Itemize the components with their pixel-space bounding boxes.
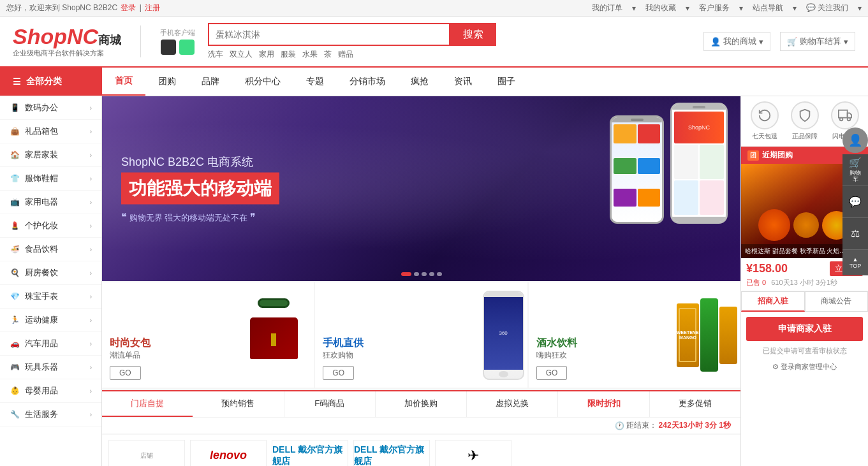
kitchen-icon: 🍳 (10, 268, 20, 278)
nav-flash-sale[interactable]: 疯抢 (398, 68, 441, 96)
service-genuine[interactable]: 正品保障 (791, 101, 819, 141)
navigation-bar: ☰ 全部分类 首页 团购 品牌 积分中心 专题 分销市场 疯抢 资讯 圈子 (0, 68, 868, 96)
tab-more-promo[interactable]: 更多促销 (650, 391, 740, 417)
sidebar-item-services[interactable]: 🔧 生活服务 › (0, 403, 101, 426)
sidebar-item-toys[interactable]: 🎮 玩具乐器 › (0, 356, 101, 379)
login-link[interactable]: 登录 (121, 3, 136, 12)
customer-service-link[interactable]: 客户服务 (699, 3, 730, 13)
sidebar-item-appliance[interactable]: 📺 家用电器 › (0, 191, 101, 214)
tab-presale[interactable]: 预约销售 (193, 391, 284, 417)
apple-icon[interactable] (161, 40, 176, 55)
auto-label: 汽车用品 (25, 338, 58, 349)
nav-group-buy[interactable]: 团购 (145, 68, 189, 96)
tag-shuiguo[interactable]: 水果 (302, 49, 318, 60)
search-bar: 搜索 (208, 23, 691, 46)
service-return[interactable]: 七天包退 (751, 101, 779, 141)
all-categories-button[interactable]: ☰ 全部分类 (0, 68, 102, 96)
sidebar-item-auto[interactable]: 🚗 汽车用品 › (0, 332, 101, 356)
delivery-icon (831, 101, 859, 129)
float-top-btn[interactable]: ▲ TOP (842, 250, 868, 275)
dot-active[interactable] (401, 272, 411, 276)
sidebar-item-clothing[interactable]: 👕 服饰鞋帽 › (0, 167, 101, 191)
phone-screen-content (612, 122, 662, 222)
mini-banner-drinks[interactable]: SWEETENED MANGO 酒水饮料 嗨购狂欢 GO (529, 282, 740, 388)
store-logos-section: 店铺 lenovo DELL 戴尔官方旗舰店 DELL 戴尔官方旗舰店 ✈ (102, 435, 740, 466)
dot-4[interactable] (437, 272, 442, 276)
store-unknown-1[interactable]: 店铺 (108, 440, 185, 467)
nav-topic[interactable]: 专题 (293, 68, 337, 96)
jewelry-label: 珠宝手表 (25, 291, 58, 302)
sidebar-item-jewelry[interactable]: 💎 珠宝手表 › (0, 285, 101, 309)
sidebar-item-bags[interactable]: 👜 礼品箱包 › (0, 120, 101, 143)
tab-fcode[interactable]: F码商品 (284, 391, 376, 417)
search-input[interactable] (208, 23, 450, 46)
chevron-icon: › (90, 199, 92, 206)
float-cart-btn[interactable]: 🛒 购物车 (842, 154, 868, 186)
mini-banner-phone-btn[interactable]: GO (323, 366, 354, 380)
register-link[interactable]: 注册 (145, 3, 160, 12)
tag-zenpin[interactable]: 赠品 (338, 49, 353, 60)
svg-marker-1 (847, 113, 851, 117)
tab-store-pickup[interactable]: 门店自提 (102, 391, 193, 417)
nav-home[interactable]: 首页 (102, 68, 145, 96)
store-dell-1[interactable]: DELL 戴尔官方旗舰店 (272, 440, 348, 467)
tag-xiche[interactable]: 洗车 (208, 49, 223, 60)
search-button[interactable]: 搜索 (450, 23, 496, 46)
merchant-tab-join[interactable]: 招商入驻 (741, 291, 805, 312)
mini-banner-bags[interactable]: 时尚女包 潮流单品 GO (102, 282, 314, 388)
menu-icon: ☰ (13, 76, 21, 87)
tag-fuzhuang[interactable]: 服装 (281, 49, 296, 60)
tab-virtual[interactable]: 虚拟兑换 (467, 391, 558, 417)
mini-banner-drinks-btn[interactable]: GO (536, 366, 568, 380)
bottom-promo-tabs: 门店自提 预约销售 F码商品 加价换购 虚拟兑换 限时折扣 更多促销 (102, 390, 740, 417)
store-other[interactable]: ✈ (435, 440, 511, 467)
follow-us-link[interactable]: 💬 关注我们 (806, 3, 848, 13)
float-chat-btn[interactable]: 💬 (842, 186, 868, 218)
tab-flash-discount[interactable]: 限时折扣 (558, 391, 649, 417)
sidebar-item-baby[interactable]: 👶 母婴用品 › (0, 379, 101, 403)
jewelry-icon: 💎 (10, 291, 20, 302)
my-store-label: 我的商城 (723, 36, 756, 47)
dot-1[interactable] (414, 272, 419, 276)
store-dell-2[interactable]: DELL 戴尔官方旗舰店 (353, 440, 430, 467)
store-lenovo[interactable]: lenovo (190, 440, 267, 467)
clothing-icon: 👕 (10, 173, 20, 184)
my-orders-link[interactable]: 我的订单 (592, 3, 622, 13)
my-favorites-link[interactable]: 我的收藏 (645, 3, 676, 13)
nav-brand[interactable]: 品牌 (189, 68, 232, 96)
app-download: 手机客户端 (160, 28, 195, 55)
logo: ShopNC商城 企业级电商平台软件解决方案 (13, 25, 121, 58)
merchant-tab-notice[interactable]: 商城公告 (805, 291, 869, 312)
sidebar-item-kitchen[interactable]: 🍳 厨房餐饮 › (0, 261, 101, 285)
phone-speaker-2 (693, 106, 705, 108)
nav-distribution[interactable]: 分销市场 (337, 68, 398, 96)
dot-3[interactable] (429, 272, 434, 276)
tag-shuangliren[interactable]: 双立人 (230, 49, 253, 60)
nav-news[interactable]: 资讯 (441, 68, 485, 96)
android-icon[interactable] (179, 40, 195, 55)
nav-community[interactable]: 圈子 (485, 68, 528, 96)
tag-cha[interactable]: 茶 (324, 49, 332, 60)
float-compare-btn[interactable]: ⚖ (842, 218, 868, 250)
chevron-icon: › (90, 388, 92, 395)
mini-banner-bags-title: 时尚女包 (110, 337, 306, 350)
nav-points[interactable]: 积分中心 (232, 68, 293, 96)
cart-button[interactable]: 🛒 购物车结算 ▾ (780, 32, 855, 51)
sidebar-item-home[interactable]: 🏠 家居家装 › (0, 143, 101, 167)
sidebar-item-sports[interactable]: 🏃 运动健康 › (0, 309, 101, 332)
merchant-admin-link[interactable]: ⚙ 登录商家管理中心 (741, 359, 868, 375)
dot-2[interactable] (422, 272, 427, 276)
merchant-apply-btn[interactable]: 申请商家入驻 (746, 317, 863, 341)
mini-banner-phone[interactable]: 360 手机直供 狂欢购物 GO (315, 282, 527, 388)
tab-addon[interactable]: 加价换购 (376, 391, 467, 417)
cart-icon: 🛒 (787, 37, 797, 47)
timer-value: 242天13小时 3分 1秒 (659, 420, 731, 431)
sidebar-item-food[interactable]: 🍜 食品饮料 › (0, 238, 101, 261)
tag-jiayong[interactable]: 家用 (259, 49, 274, 60)
site-nav-link[interactable]: 站点导航 (753, 3, 783, 13)
my-store-button[interactable]: 👤 我的商城 ▾ (703, 32, 770, 51)
mini-banner-bags-btn[interactable]: GO (110, 366, 141, 380)
sidebar-item-digital[interactable]: 📱 数码办公 › (0, 96, 101, 120)
sidebar-item-beauty[interactable]: 💄 个护化妆 › (0, 214, 101, 238)
mini-banner-bags-sub: 潮流单品 (110, 350, 306, 361)
